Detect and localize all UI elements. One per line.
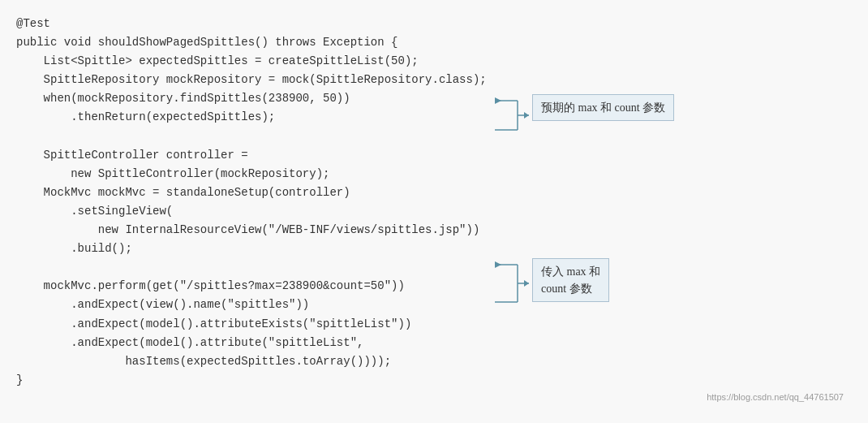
annotation-arrow-2 xyxy=(495,258,529,309)
code-line-18: .andExpect(model().attribute("spittleLis… xyxy=(16,336,363,349)
code-line-17: .andExpect(model().attributeExists("spit… xyxy=(16,317,411,330)
code-line-20: } xyxy=(16,373,23,386)
watermark: https://blog.csdn.net/qq_44761507 xyxy=(707,392,844,402)
arrow-svg-2 xyxy=(495,258,529,309)
annotation-text-1: 预期的 max 和 count 参数 xyxy=(532,94,674,121)
svg-marker-11 xyxy=(524,280,529,287)
annotation-arrow-1 xyxy=(495,94,529,136)
code-line-3: List<Spittle> expectedSpittles = createS… xyxy=(16,54,419,67)
code-line-15: mockMvc.perform(get("/spittles?max=23890… xyxy=(16,279,405,292)
svg-marker-9 xyxy=(495,261,501,268)
arrow-svg-1 xyxy=(495,94,529,136)
annotation-pass-params: 传入 max 和 count 参数 xyxy=(495,258,609,309)
code-block: @Test public void shouldShowPagedSpittle… xyxy=(16,15,852,390)
svg-marker-5 xyxy=(524,112,529,119)
code-line-6: .thenReturn(expectedSpittles); xyxy=(16,110,275,123)
code-line-2: public void shouldShowPagedSpittles() th… xyxy=(16,36,397,49)
code-area: @Test public void shouldShowPagedSpittle… xyxy=(16,15,852,408)
code-line-16: .andExpect(view().name("spittles")) xyxy=(16,298,309,311)
main-container: @Test public void shouldShowPagedSpittle… xyxy=(0,0,868,423)
code-line-9: new SpittleController(mockRepository); xyxy=(16,167,329,180)
code-line-19: hasItems(expectedSpittles.toArray()))); xyxy=(16,355,391,368)
code-line-7 xyxy=(16,130,23,143)
annotation-text-2: 传入 max 和 count 参数 xyxy=(532,258,609,302)
code-line-10: MockMvc mockMvc = standaloneSetup(contro… xyxy=(16,186,350,199)
svg-marker-3 xyxy=(495,97,501,104)
code-line-13: .build(); xyxy=(16,242,132,255)
annotation-expected-params: 预期的 max 和 count 参数 xyxy=(495,94,674,136)
code-line-8: SpittleController controller = xyxy=(16,149,248,162)
code-line-14 xyxy=(16,261,23,274)
code-line-12: new InternalResourceView("/WEB-INF/views… xyxy=(16,223,479,236)
code-line-4: SpittleRepository mockRepository = mock(… xyxy=(16,73,487,86)
code-line-11: .setSingleView( xyxy=(16,205,173,218)
code-line-1: @Test xyxy=(16,17,50,30)
code-line-5: when(mockRepository.findSpittles(238900,… xyxy=(16,92,350,105)
